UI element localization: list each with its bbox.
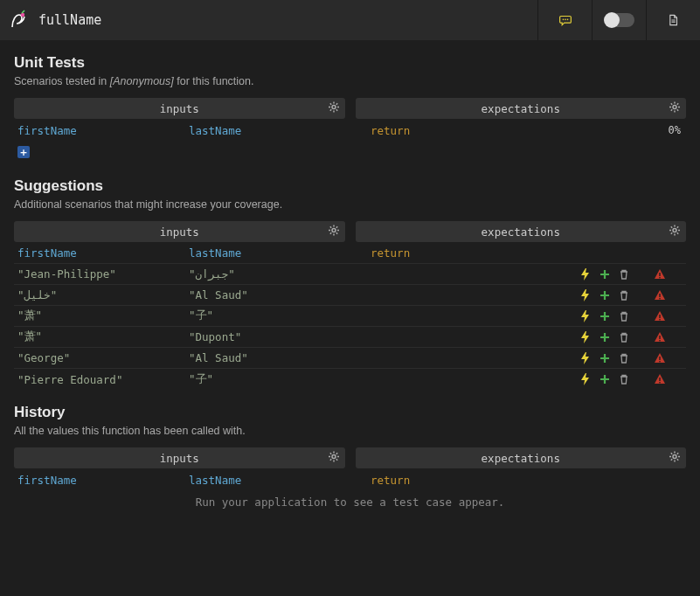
inputs-settings-button[interactable] xyxy=(328,451,340,466)
add-suggestion-button[interactable] xyxy=(599,331,611,343)
add-suggestion-button[interactable] xyxy=(599,289,611,301)
plus-icon: ＋ xyxy=(17,146,30,158)
add-suggestion-button[interactable] xyxy=(599,310,611,322)
suggestion-row: "Jean-Philippe""جبران" xyxy=(14,264,686,285)
suggestion-lastname: "子" xyxy=(185,372,357,387)
chat-button[interactable] xyxy=(537,0,592,40)
suggestion-row: "خليل""Al Saud" xyxy=(14,285,686,306)
suggestion-lastname: "子" xyxy=(185,308,357,323)
inputs-column-header: inputs xyxy=(14,98,345,119)
param-lastname: lastName xyxy=(185,124,357,137)
add-test-row[interactable]: ＋ xyxy=(14,141,686,163)
run-suggestion-button[interactable] xyxy=(579,289,592,301)
suggestion-row: "George""Al Saud" xyxy=(14,348,686,369)
history-title: History xyxy=(14,404,686,421)
warning-icon xyxy=(654,352,666,364)
run-suggestion-button[interactable] xyxy=(579,373,592,385)
param-firstname: firstName xyxy=(14,474,185,487)
expectations-settings-button[interactable] xyxy=(669,101,681,116)
param-firstname: firstName xyxy=(14,124,185,137)
suggestions-subtitle: Additional scenarios that might increase… xyxy=(14,198,686,211)
delete-suggestion-button[interactable] xyxy=(618,289,630,301)
unit-tests-subtitle: Scenarios tested in [Anonymous] for this… xyxy=(14,75,686,87)
suggestion-firstname: "萧" xyxy=(14,329,185,344)
suggestion-lastname: "Al Saud" xyxy=(185,288,357,301)
run-suggestion-button[interactable] xyxy=(579,331,592,343)
warning-icon xyxy=(654,310,666,322)
suggestion-row: "萧""子" xyxy=(14,306,686,327)
suggestions-section: Suggestions Additional scenarios that mi… xyxy=(0,163,700,390)
delete-suggestion-button[interactable] xyxy=(618,373,630,385)
suggestion-firstname: "Jean-Philippe" xyxy=(14,267,185,281)
suggestions-title: Suggestions xyxy=(14,177,686,195)
suggestion-row: "Pierre Edouard""子" xyxy=(14,369,686,390)
warning-icon xyxy=(654,289,666,301)
add-suggestion-button[interactable] xyxy=(599,268,611,281)
param-firstname: firstName xyxy=(14,246,185,260)
expectations-column-header: expectations xyxy=(356,98,687,119)
history-section: History All the values this function has… xyxy=(0,390,700,528)
add-suggestion-button[interactable] xyxy=(599,373,611,385)
suggestion-row: "萧""Dupont" xyxy=(14,327,686,348)
run-suggestion-button[interactable] xyxy=(579,352,592,364)
unit-tests-section: Unit Tests Scenarios tested in [Anonymou… xyxy=(0,40,700,163)
suggestion-lastname: "Dupont" xyxy=(185,330,357,343)
suggestion-firstname: "萧" xyxy=(14,308,185,323)
expectations-settings-button[interactable] xyxy=(669,225,681,239)
suggestion-firstname: "خليل" xyxy=(14,288,185,301)
expectations-settings-button[interactable] xyxy=(669,451,681,466)
app-logo xyxy=(9,10,30,31)
suggestion-firstname: "George" xyxy=(14,351,185,364)
top-bar: fullName xyxy=(0,0,700,40)
coverage-percent: 0% xyxy=(634,124,686,136)
inputs-settings-button[interactable] xyxy=(328,101,340,116)
expectations-column-header: expectations xyxy=(356,447,687,468)
run-suggestion-button[interactable] xyxy=(579,310,592,322)
chat-icon xyxy=(559,14,572,26)
return-label: return xyxy=(367,124,581,137)
delete-suggestion-button[interactable] xyxy=(618,331,630,343)
param-lastname: lastName xyxy=(185,246,357,260)
suggestion-firstname: "Pierre Edouard" xyxy=(14,373,185,386)
suggestion-lastname: "Al Saud" xyxy=(185,351,357,364)
document-icon xyxy=(668,14,680,26)
param-lastname: lastName xyxy=(185,474,357,487)
inputs-column-header: inputs xyxy=(14,447,345,468)
delete-suggestion-button[interactable] xyxy=(618,310,630,322)
history-empty-hint: Run your application to see a test case … xyxy=(14,490,686,514)
suggestion-lastname: "جبران" xyxy=(185,267,357,281)
unit-tests-title: Unit Tests xyxy=(14,54,686,72)
svg-point-6 xyxy=(21,13,24,17)
expectations-column-header: expectations xyxy=(356,221,687,242)
toggle-track xyxy=(605,13,634,27)
inputs-settings-button[interactable] xyxy=(328,225,340,239)
dark-mode-toggle[interactable] xyxy=(592,0,646,40)
docs-button[interactable] xyxy=(646,0,700,40)
warning-icon xyxy=(654,331,666,343)
delete-suggestion-button[interactable] xyxy=(618,352,630,364)
delete-suggestion-button[interactable] xyxy=(618,268,630,281)
warning-icon xyxy=(654,268,666,281)
inputs-column-header: inputs xyxy=(14,221,345,242)
function-name: fullName xyxy=(38,12,101,28)
return-label: return xyxy=(367,246,581,260)
warning-icon xyxy=(654,373,666,385)
add-suggestion-button[interactable] xyxy=(599,352,611,364)
history-subtitle: All the values this function has been ca… xyxy=(14,425,686,437)
return-label: return xyxy=(367,474,581,487)
run-suggestion-button[interactable] xyxy=(579,268,592,281)
